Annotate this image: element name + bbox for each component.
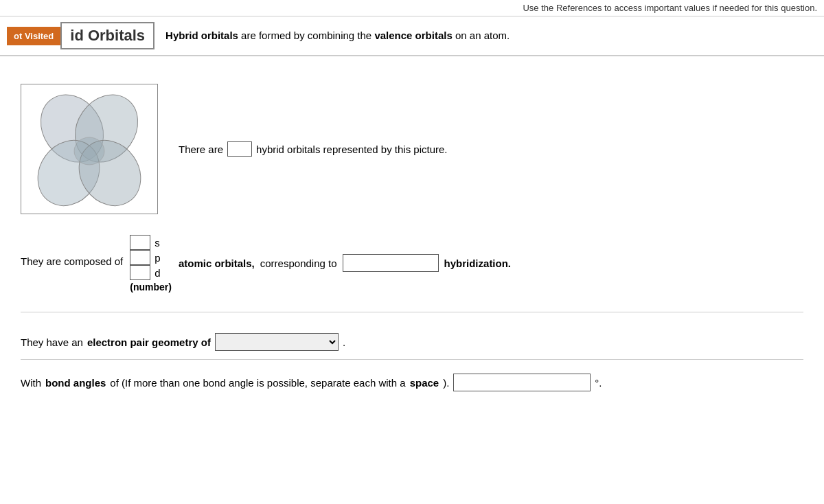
s-label: s (154, 237, 160, 249)
orbital-row-d: d (130, 265, 172, 280)
divider2 (21, 359, 803, 360)
q1-input[interactable] (227, 141, 252, 157)
q4-after: ). (443, 377, 449, 389)
atomic-line: atomic orbitals, corresponding to hybrid… (179, 254, 511, 272)
composed-section: They are composed of s p d (number) atom (21, 235, 803, 293)
hybrid-orbitals-bold: Hybrid orbitals (165, 30, 238, 41)
header-desc-end: on an atom. (453, 30, 510, 41)
q3-before: They have an (21, 336, 83, 348)
number-label: (number) (130, 282, 172, 293)
bond-angle-input[interactable] (453, 374, 591, 391)
header-row: ot Visited id Orbitals Hybrid orbitals a… (0, 16, 824, 56)
valence-orbitals-bold: valence orbitals (374, 30, 452, 41)
d-label: d (154, 267, 160, 279)
orbital-row-s: s (130, 235, 172, 250)
q4-end: °. (595, 377, 602, 389)
orbital-section: There are hybrid orbitals represented by… (21, 84, 803, 214)
bond-section: With bond angles of (If more than one bo… (21, 374, 803, 391)
top-bar-text: Use the References to access important v… (523, 3, 817, 13)
electron-section: They have an electron pair geometry of l… (21, 333, 803, 351)
q3-after: . (343, 336, 345, 348)
q4-middle: of (If more than one bond angle is possi… (110, 377, 405, 389)
orbital-row-p: p (130, 250, 172, 265)
orbital-inputs-wrapper: s p d (number) (130, 235, 172, 293)
divider1 (21, 312, 803, 312)
page-title: id Orbitals (60, 22, 154, 49)
corresponding-text: corresponding to (260, 257, 337, 269)
q4-bold2: space (410, 377, 439, 389)
hybridization-label: hybridization. (444, 257, 512, 269)
orbital-image-box (21, 84, 158, 214)
header-description: Hybrid orbitals are formed by combining … (165, 28, 510, 44)
q3-bold: electron pair geometry of (87, 336, 211, 348)
orbital-svg (27, 91, 151, 207)
composed-label: They are composed of (21, 255, 123, 267)
p-input[interactable] (130, 250, 150, 265)
question1-text: There are hybrid orbitals represented by… (179, 141, 448, 157)
q1-after: hybrid orbitals represented by this pict… (256, 144, 447, 155)
header-desc-mid: are formed by combining the (238, 30, 374, 41)
q4-before: With (21, 377, 41, 389)
s-input[interactable] (130, 235, 150, 250)
svg-point-4 (74, 137, 104, 165)
q1-before: There are (179, 144, 223, 155)
atomic-orbitals-text: atomic orbitals, (179, 257, 255, 269)
hybridization-input[interactable] (343, 254, 439, 272)
orbital-inputs-group: s p d (130, 235, 172, 280)
top-bar: Use the References to access important v… (0, 0, 824, 16)
d-input[interactable] (130, 265, 150, 280)
not-visited-badge: ot Visited (7, 27, 60, 45)
q4-bold: bond angles (45, 377, 106, 389)
electron-geometry-select[interactable]: linear trigonal planar tetrahedral trigo… (215, 333, 339, 351)
main-content: There are hybrid orbitals represented by… (0, 56, 824, 405)
p-label: p (154, 252, 160, 264)
